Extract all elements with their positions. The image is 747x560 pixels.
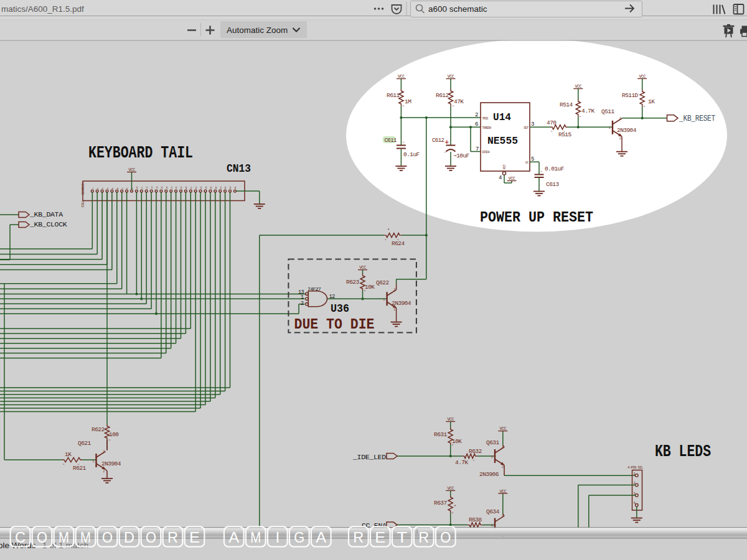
- svg-text:-: -: [444, 149, 446, 154]
- svg-text:4: 4: [499, 175, 502, 181]
- svg-text:7: 7: [476, 146, 479, 152]
- svg-text:1K: 1K: [65, 451, 72, 458]
- svg-text:4-PIN SIL: 4-PIN SIL: [627, 465, 643, 470]
- svg-text:RST: RST: [503, 164, 506, 169]
- svg-text:M: M: [250, 529, 261, 546]
- svg-text:VC: VC: [525, 161, 529, 164]
- svg-text:R623: R623: [346, 279, 359, 286]
- svg-text:R632: R632: [469, 448, 482, 455]
- svg-text:47K: 47K: [454, 98, 464, 105]
- svg-text:2N3904: 2N3904: [101, 460, 121, 467]
- svg-text:O: O: [146, 529, 156, 546]
- svg-text:R514: R514: [560, 101, 573, 108]
- svg-text:R638: R638: [469, 516, 482, 523]
- svg-text:C: C: [15, 529, 26, 546]
- svg-text:Q634: Q634: [486, 508, 499, 515]
- svg-text:10K: 10K: [365, 284, 375, 291]
- svg-text:CN13: CN13: [80, 201, 84, 207]
- svg-text:O: O: [37, 529, 47, 546]
- svg-text:O: O: [440, 529, 451, 546]
- svg-text:R637: R637: [434, 500, 447, 506]
- svg-text:G: G: [294, 529, 304, 546]
- svg-text:T: T: [397, 529, 407, 546]
- svg-text:0.1uF: 0.1uF: [403, 151, 420, 158]
- svg-text:1M: 1M: [405, 98, 411, 105]
- svg-text:POWER UP RESET: POWER UP RESET: [480, 209, 593, 226]
- svg-text:3: 3: [531, 121, 534, 128]
- svg-text:74F27: 74F27: [308, 286, 321, 292]
- svg-text:U36: U36: [331, 302, 349, 315]
- svg-text:O: O: [102, 529, 113, 546]
- svg-text:_IDE_LED: _IDE_LED: [352, 453, 386, 461]
- svg-text:OUT: OUT: [524, 126, 529, 129]
- svg-text:R: R: [418, 529, 429, 546]
- svg-text:C611: C611: [385, 138, 397, 144]
- svg-text:2: 2: [475, 112, 478, 118]
- svg-text:*: *: [387, 228, 390, 233]
- svg-text:DISCH: DISCH: [482, 151, 490, 154]
- svg-text:6: 6: [475, 121, 478, 128]
- svg-text:2: 2: [301, 301, 304, 307]
- svg-text:R611: R611: [387, 92, 400, 99]
- svg-text:470: 470: [547, 119, 557, 126]
- svg-text:R: R: [353, 529, 364, 546]
- svg-text:R612: R612: [436, 92, 449, 99]
- svg-text:2N3904: 2N3904: [617, 127, 637, 134]
- svg-text:1: 1: [301, 294, 304, 301]
- svg-text:M: M: [80, 529, 91, 546]
- svg-text:C613: C613: [546, 181, 559, 188]
- svg-text:100: 100: [109, 431, 119, 438]
- svg-text:1K: 1K: [648, 98, 655, 105]
- svg-text:*: *: [454, 504, 456, 509]
- svg-text:C612: C612: [432, 138, 444, 144]
- svg-text:DUE TO DIE: DUE TO DIE: [294, 317, 375, 333]
- svg-text:KEYBOARD TAIL: KEYBOARD TAIL: [88, 144, 193, 162]
- svg-text:Q511: Q511: [601, 108, 614, 115]
- svg-text:D: D: [124, 529, 134, 546]
- svg-text:2N3906: 2N3906: [479, 471, 499, 478]
- svg-text:Q622: Q622: [376, 279, 389, 286]
- svg-text:A: A: [316, 529, 327, 546]
- svg-text:4.7K: 4.7K: [581, 108, 594, 114]
- svg-text:Q621: Q621: [78, 440, 91, 447]
- svg-text:I: I: [275, 529, 280, 546]
- svg-text:R511D: R511D: [622, 92, 639, 99]
- svg-text:R515: R515: [558, 131, 571, 138]
- svg-text:KB LEDS: KB LEDS: [655, 442, 711, 461]
- svg-text:_KB_RESET: _KB_RESET: [679, 114, 716, 123]
- svg-text:R621: R621: [73, 465, 86, 472]
- svg-text:~10uF: ~10uF: [453, 152, 470, 159]
- svg-text:Automatic Zoom: Automatic Zoom: [227, 26, 288, 35]
- svg-text:E: E: [375, 529, 385, 546]
- svg-text:KEYBOARD: KEYBOARD: [80, 182, 84, 195]
- svg-text:4.7K: 4.7K: [455, 459, 468, 466]
- svg-text:Q631: Q631: [486, 439, 499, 446]
- svg-text:R624: R624: [392, 240, 405, 247]
- svg-text:R622: R622: [92, 426, 105, 433]
- svg-text:_KB_DATA: _KB_DATA: [29, 210, 63, 218]
- svg-text:NE555: NE555: [487, 135, 518, 147]
- svg-text:CN13: CN13: [227, 162, 251, 175]
- svg-text:matics/A600_R1.5.pdf: matics/A600_R1.5.pdf: [1, 4, 84, 14]
- svg-text:10K: 10K: [452, 438, 462, 445]
- svg-text:M: M: [59, 529, 69, 546]
- svg-text:0.01uF: 0.01uF: [545, 166, 565, 172]
- svg-text:THRESH: THRESH: [482, 126, 492, 129]
- svg-text:R: R: [167, 529, 178, 546]
- svg-text:U14: U14: [493, 111, 511, 123]
- svg-text:R631: R631: [434, 431, 447, 438]
- svg-text:_KB_CLOCK: _KB_CLOCK: [29, 220, 67, 228]
- svg-text:A: A: [228, 529, 240, 546]
- svg-text:E: E: [189, 529, 200, 546]
- svg-text:a600 schematic: a600 schematic: [428, 4, 487, 14]
- svg-text:TRIG: TRIG: [482, 117, 489, 120]
- svg-text:2N3904: 2N3904: [392, 300, 411, 307]
